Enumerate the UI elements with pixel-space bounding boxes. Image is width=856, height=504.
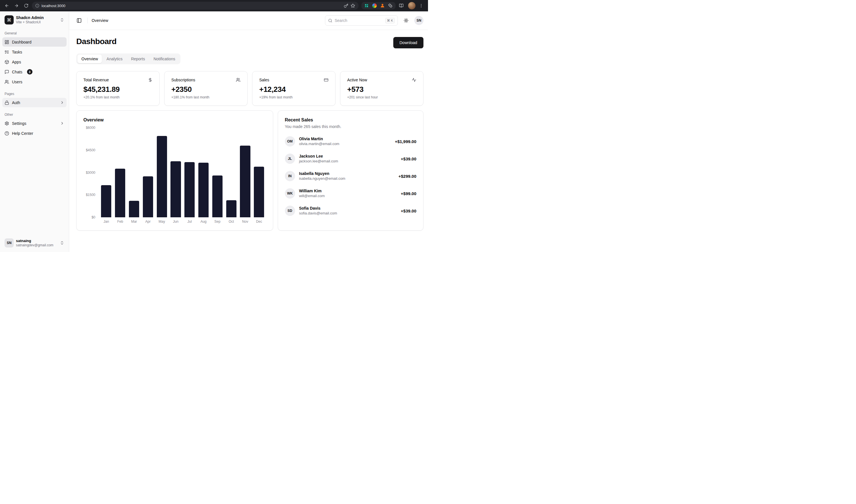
chart-y-tick: $1500	[86, 193, 95, 197]
tab-overview[interactable]: Overview	[77, 55, 102, 63]
chart-x-tick: Mar	[127, 220, 141, 223]
extension-icon-circle[interactable]	[372, 3, 377, 8]
sidebar-item-apps[interactable]: Apps	[2, 57, 67, 67]
chart-plot	[99, 128, 266, 217]
section-label-other: Other	[2, 110, 67, 118]
stat-head: Total Revenue	[83, 78, 153, 82]
search-icon	[328, 18, 332, 23]
chart-x-tick: Feb	[113, 220, 127, 223]
browser-refresh-button[interactable]	[22, 2, 30, 10]
sidebar-toggle-button[interactable]	[75, 16, 83, 25]
chart-bar	[254, 167, 264, 218]
chart-x-tick: Apr	[141, 220, 155, 223]
chart-bar	[143, 176, 153, 217]
theme-toggle-button[interactable]	[402, 16, 410, 25]
sidebar: ⌘ Shadcn Admin Vite + ShadcnUI General D…	[0, 11, 69, 252]
chart-bar-column	[211, 128, 225, 217]
extensions-group	[362, 2, 396, 10]
chart-y-tick: $4500	[86, 148, 95, 152]
address-bar[interactable]: localhost:3000	[32, 2, 359, 10]
password-key-icon[interactable]	[344, 3, 348, 8]
overview-chart-card: Overview $6000$4500$3000$1500$0 JanFebMa…	[76, 110, 273, 231]
sidebar-item-auth[interactable]: Auth	[2, 98, 67, 107]
tab-bar: Overview Analytics Reports Notifications	[76, 53, 180, 64]
main-area: Overview ⌘ K SN Dashboard Downl	[69, 11, 428, 252]
browser-chrome: localhost:3000	[0, 0, 428, 11]
sidebar-item-label: Settings	[12, 121, 27, 126]
sale-email: isabella.nguyen@email.com	[299, 176, 395, 181]
arrow-left-icon	[4, 3, 9, 8]
apps-icon	[4, 60, 9, 64]
download-button[interactable]: Download	[393, 37, 423, 48]
arrow-right-icon	[14, 3, 19, 8]
bookmark-star-icon[interactable]	[351, 3, 355, 8]
browser-forward-button[interactable]	[13, 2, 20, 10]
stat-head: Sales	[259, 78, 328, 82]
browser-profile-avatar[interactable]	[408, 2, 416, 10]
search-box[interactable]: ⌘ K	[325, 15, 398, 25]
chart-bar-column	[141, 128, 155, 217]
book-icon	[399, 3, 403, 8]
sidebar-item-settings[interactable]: Settings	[2, 119, 67, 128]
user-name: satnaing	[16, 239, 57, 243]
refresh-icon	[24, 3, 29, 8]
chart-title: Overview	[83, 118, 266, 123]
stat-card-sales: Sales +12,234 +19% from last month	[252, 71, 335, 106]
extensions-puzzle-icon[interactable]	[388, 3, 393, 8]
avatar: SD	[285, 205, 295, 216]
browser-menu-icon[interactable]	[417, 2, 425, 10]
team-switcher[interactable]: ⌘ Shadcn Admin Vite + ShadcnUI	[2, 14, 67, 26]
sidebar-user-menu[interactable]: SN satnaing satnaingdev@gmail.com	[2, 236, 67, 250]
sale-text: Olivia Martin olivia.martin@email.com	[299, 136, 391, 146]
sidebar-item-label: Dashboard	[12, 40, 32, 44]
stat-card-subscriptions: Subscriptions +2350 +180.1% from last mo…	[164, 71, 248, 106]
stat-card-active-now: Active Now +573 +201 since last hour	[340, 71, 423, 106]
sidebar-item-dashboard[interactable]: Dashboard	[2, 37, 67, 47]
browser-back-button[interactable]	[3, 2, 11, 10]
sale-amount: +$39.00	[401, 157, 416, 161]
site-info-icon[interactable]	[35, 4, 39, 8]
sale-name: Isabella Nguyen	[299, 171, 395, 176]
reading-list-icon[interactable]	[397, 2, 405, 10]
sidebar-item-users[interactable]: Users	[2, 77, 67, 87]
chart-y-tick: $0	[92, 215, 95, 219]
topbar-separator	[87, 18, 88, 23]
chats-icon	[4, 70, 9, 74]
tab-analytics[interactable]: Analytics	[102, 55, 126, 63]
extension-icon-person[interactable]	[380, 3, 385, 8]
extension-icon-grid[interactable]	[364, 3, 369, 8]
team-subtitle: Vite + ShadcnUI	[16, 20, 57, 25]
recent-sales-subtitle: You made 265 sales this month.	[285, 124, 416, 129]
list-item: WK William Kim will@email.com +$99.00	[285, 188, 416, 199]
stat-title: Sales	[259, 78, 269, 82]
list-item: SD Sofia Davis sofia.davis@email.com +$3…	[285, 205, 416, 216]
search-input[interactable]	[335, 18, 383, 23]
chart-bar-column	[169, 128, 183, 217]
app-window: localhost:3000 ⌘ Shadcn Admin	[0, 0, 428, 252]
stat-card-total-revenue: Total Revenue $45,231.89 +20.1% from las…	[76, 71, 160, 106]
chart-y-axis: $6000$4500$3000$1500$0	[83, 128, 99, 217]
sidebar-item-help-center[interactable]: Help Center	[2, 129, 67, 138]
tab-notifications[interactable]: Notifications	[150, 55, 179, 63]
profile-avatar[interactable]: SN	[414, 16, 423, 25]
sidebar-item-chats[interactable]: Chats 3	[2, 67, 67, 76]
chart-bar	[157, 136, 167, 217]
chart-bar-column	[252, 128, 266, 217]
recent-sales-card: Recent Sales You made 265 sales this mon…	[278, 110, 423, 231]
sidebar-item-tasks[interactable]: Tasks	[2, 47, 67, 57]
stat-delta: +180.1% from last month	[171, 95, 241, 99]
sales-list: OM Olivia Martin olivia.martin@email.com…	[285, 136, 416, 216]
activity-icon	[412, 78, 416, 82]
avatar: WK	[285, 188, 295, 199]
chart-x-tick: Dec	[252, 220, 266, 223]
sidebar-item-label: Users	[12, 79, 22, 84]
page-title: Dashboard	[76, 37, 117, 46]
chart-bar-column	[238, 128, 252, 217]
stat-value: +12,234	[259, 85, 328, 94]
tab-reports[interactable]: Reports	[127, 55, 149, 63]
users-icon	[236, 78, 241, 82]
sale-text: Sofia Davis sofia.davis@email.com	[299, 205, 397, 216]
chart-bar	[198, 163, 209, 217]
team-name: Shadcn Admin	[16, 15, 57, 20]
sale-amount: +$39.00	[401, 209, 416, 213]
